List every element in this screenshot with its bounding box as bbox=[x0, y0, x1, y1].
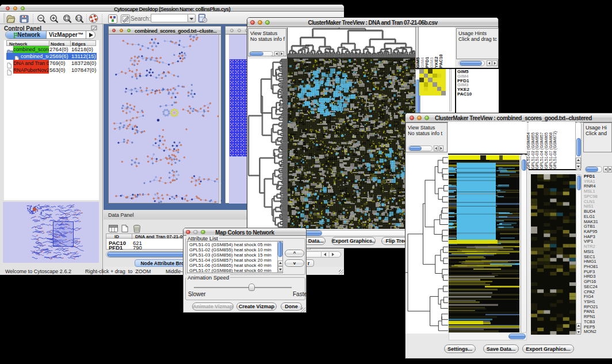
svg-text:1:1: 1:1 bbox=[76, 16, 82, 20]
